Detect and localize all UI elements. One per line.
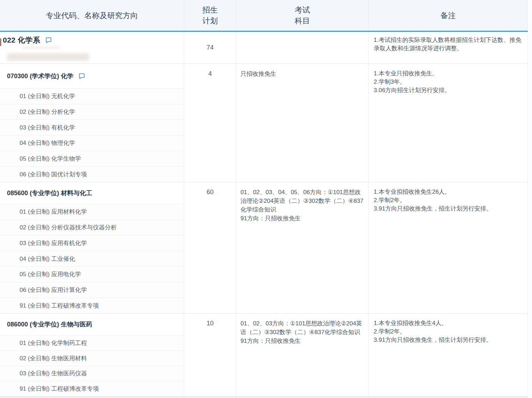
table-header: 专业代码、名称及研究方向 招生 计划 考试 科目 备注 [0,0,528,32]
direction-label: 05 (全日制) 化学生物学 [20,155,81,163]
exam-text: 01、02、03方向：①101思想政治理论②204英语（二）③302数学（二）④… [240,319,364,345]
redacted-text [22,46,60,49]
header-col-remark: 备注 [369,0,528,31]
direction-row: 04 (全日制) 物理化学 [0,135,184,151]
remark-line: 2.学制2年。 [374,327,523,336]
exam-cell: 01、02、03方向：①101思想政治理论②204英语（二）③302数学（二）④… [236,314,369,396]
program-label: 086000 (专业学位) 生物与医药 [7,320,92,329]
admissions-table: 专业代码、名称及研究方向 招生 计划 考试 科目 备注 022 化学系741.考… [0,0,528,397]
program-label: 070300 (学术学位) 化学 [7,72,73,80]
direction-row: 02 (全日制) 分析仪器技术与仪器分析 [0,220,184,235]
comment-icon[interactable] [78,73,85,80]
direction-row: 01 (全日制) 应用材料化学 [0,204,184,220]
department-heading: 022 化学系 [3,35,184,45]
exam-cell: 01、02、03、04、05、06方向：①101思想政治理论②204英语（二）③… [236,182,369,313]
major-column-cell: 022 化学系 [0,32,184,64]
direction-row: 02 (全日制) 生物医用材料 [0,351,184,366]
exam-text: 01、02、03、04、05、06方向：①101思想政治理论②204英语（二）③… [240,188,364,223]
direction-label: 01 (全日制) 化学制药工程 [20,339,87,347]
table-body: 022 化学系741.考试招生的实际录取人数将根据招生计划下达数、推免录取人数和… [0,32,528,397]
direction-row: 05 (全日制) 应用电化学 [0,266,184,282]
direction-label: 02 (全日制) 分析化学 [20,108,75,116]
plan-cell: 60 [184,182,236,313]
direction-row: 91 (全日制) 工程硕博改革专项 [0,381,184,396]
header-col-major: 专业代码、名称及研究方向 [0,0,184,31]
comment-icon[interactable] [45,37,52,44]
direction-label: 91 (全日制) 工程硕博改革专项 [20,302,99,310]
table-group: 022 化学系741.考试招生的实际录取人数将根据招生计划下达数、推免录取人数和… [0,32,528,64]
direction-row: 01 (全日制) 无机化学 [0,88,184,104]
plan-value: 4 [208,70,212,78]
remark-cell: 1.本专业只招收推免生。2.学制3年。3.06方向招生计划另行安排。 [369,64,528,182]
page-bottom-strip [0,397,532,398]
remark-line: 3.91方向只招收推免生，招生计划另行安排。 [374,336,523,344]
table-group: 070300 (学术学位) 化学01 (全日制) 无机化学02 (全日制) 分析… [0,64,528,182]
direction-row: 06 (全日制) 应用计算化学 [0,282,184,298]
remark-line: 2.学制3年。 [374,78,523,86]
edge-artifact [0,38,1,46]
plan-cell: 4 [184,64,236,182]
direction-row: 03 (全日制) 生物医药仪器 [0,366,184,381]
program-label: 085600 (专业学位) 材料与化工 [7,189,92,197]
direction-label: 03 (全日制) 应用有机化学 [20,239,87,247]
exam-cell [236,32,369,64]
program-row: 086000 (专业学位) 生物与医药 [0,314,184,335]
direction-row: 05 (全日制) 化学生物学 [0,151,184,167]
remark-line: 2.学制2年。 [374,196,523,205]
remark-line: 1.本专业拟招收推免生26人。 [374,188,523,196]
major-column-cell: 070300 (学术学位) 化学01 (全日制) 无机化学02 (全日制) 分析… [0,64,184,182]
direction-label: 04 (全日制) 工业催化 [20,255,75,263]
direction-label: 03 (全日制) 有机化学 [20,124,75,132]
direction-label: 01 (全日制) 应用材料化学 [20,208,87,216]
remark-cell: 1.考试招生的实际录取人数将根据招生计划下达数、推免录取人数和生源情况等进行调整… [369,32,528,64]
direction-row: 91 (全日制) 工程硕博改革专项 [0,297,184,313]
remark-line: 3.06方向招生计划另行安排。 [374,86,523,95]
major-column-cell: 086000 (专业学位) 生物与医药01 (全日制) 化学制药工程02 (全日… [0,314,184,396]
table-group: 086000 (专业学位) 生物与医药01 (全日制) 化学制药工程02 (全日… [0,314,528,397]
department-label: 022 化学系 [3,35,40,45]
table-group: 085600 (专业学位) 材料与化工01 (全日制) 应用材料化学02 (全日… [0,182,528,314]
remark-cell: 1.本专业拟招收推免生26人。2.学制2年。3.91方向只招收推免生，招生计划另… [369,182,528,313]
remark-line: 1.本专业拟招收推免生4人。 [374,319,523,327]
plan-value: 60 [207,189,214,196]
direction-row: 02 (全日制) 分析化学 [0,104,184,120]
remark-line: 3.91方向只招收推免生，招生计划另行安排。 [374,205,523,213]
remark-cell: 1.本专业拟招收推免生4人。2.学制2年。3.91方向只招收推免生，招生计划另行… [369,314,528,396]
direction-label: 01 (全日制) 无机化学 [20,92,75,100]
direction-row: 04 (全日制) 工业催化 [0,251,184,266]
direction-row: 06 (全日制) 国优计划专项 [0,166,184,182]
direction-label: 06 (全日制) 国优计划专项 [20,170,87,178]
direction-label: 91 (全日制) 工程硕博改革专项 [20,385,99,393]
header-col-plan: 招生 计划 [184,0,236,31]
header-col-exam: 考试 科目 [236,0,369,31]
remark-line: 1.本专业只招收推免生。 [374,69,523,78]
exam-cell: 只招收推免生 [236,64,369,182]
direction-label: 05 (全日制) 应用电化学 [20,270,81,278]
department-cell: 022 化学系 [0,32,184,61]
major-column-cell: 085600 (专业学位) 材料与化工01 (全日制) 应用材料化学02 (全日… [0,182,184,313]
direction-label: 06 (全日制) 应用计算化学 [20,286,87,294]
direction-label: 04 (全日制) 物理化学 [20,139,75,147]
direction-row: 03 (全日制) 应用有机化学 [0,235,184,251]
plan-value: 10 [207,320,214,327]
plan-cell: 74 [184,32,236,64]
direction-label: 02 (全日制) 生物医用材料 [20,354,87,362]
page-right-margin [528,0,532,398]
plan-cell: 10 [184,314,236,396]
direction-label: 02 (全日制) 分析仪器技术与仪器分析 [20,223,117,231]
direction-label: 03 (全日制) 生物医药仪器 [20,369,87,377]
remark-line: 1.考试招生的实际录取人数将根据招生计划下达数、推免录取人数和生源情况等进行调整… [374,36,523,53]
plan-value: 74 [207,44,214,51]
direction-row: 01 (全日制) 化学制药工程 [0,335,184,351]
redacted-text [7,53,89,61]
program-row: 085600 (专业学位) 材料与化工 [0,182,184,204]
direction-row: 03 (全日制) 有机化学 [0,119,184,135]
exam-text: 只招收推免生 [240,69,364,78]
program-row: 070300 (学术学位) 化学 [0,64,184,88]
